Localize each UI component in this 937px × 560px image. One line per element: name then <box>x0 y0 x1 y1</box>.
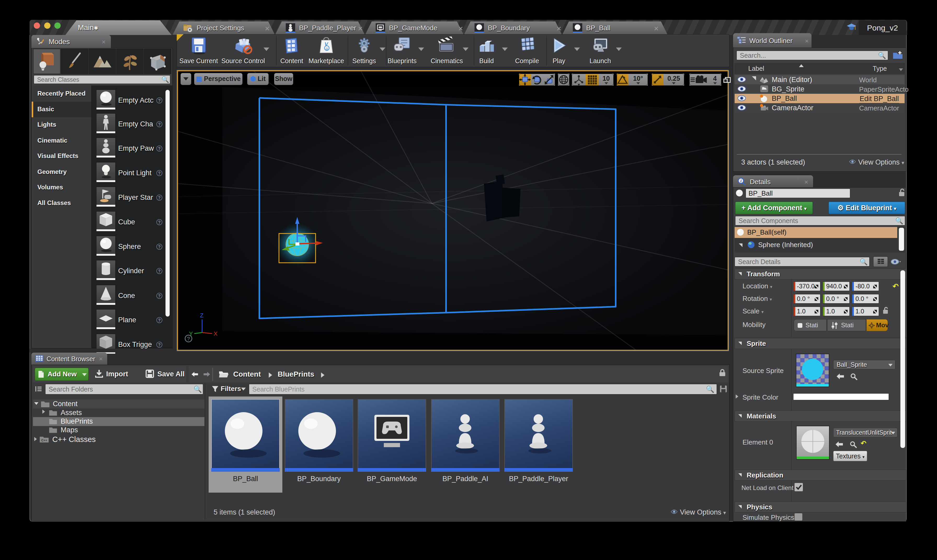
svg-text:?: ? <box>187 336 190 342</box>
svg-text:C++: C++ <box>41 438 47 442</box>
svg-text:u: u <box>326 46 328 51</box>
svg-text:X: X <box>214 331 218 337</box>
svg-text:Z: Z <box>200 312 204 318</box>
